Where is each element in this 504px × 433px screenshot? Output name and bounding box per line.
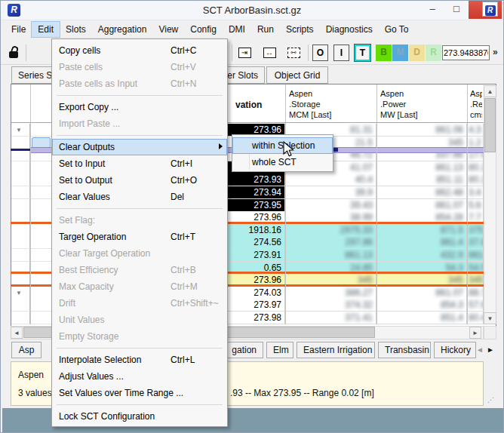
resize-grip[interactable]: ⋰: [487, 396, 494, 404]
blurred-cell[interactable]: 861.13: [285, 249, 376, 262]
menu-item-lock-sct-configuration[interactable]: Lock SCT Configuration: [52, 408, 227, 425]
menu-item-drift[interactable]: DriftCtrl+Shift+~: [52, 295, 227, 312]
toolbar-button-fit-columns[interactable]: ⇿: [284, 44, 303, 62]
blurred-cell[interactable]: 871.5: [376, 224, 467, 237]
scroll-up-button[interactable]: ▲: [484, 85, 496, 97]
menu-item-adjust-values[interactable]: Adjust Values ...: [52, 368, 227, 385]
menubar-item-aggregation[interactable]: Aggregation: [92, 22, 153, 37]
blurred-value: 854.3: [441, 299, 463, 310]
menu-item-paste-cells[interactable]: Paste cellsCtrl+V: [52, 59, 227, 75]
menubar-item-file[interactable]: File: [5, 22, 32, 37]
scroll-right-button[interactable]: ►: [469, 327, 481, 339]
tab-scroll-right[interactable]: ►: [487, 345, 494, 354]
menu-item-set-flag[interactable]: Set Flag:: [52, 212, 227, 229]
scroll-left-button[interactable]: ◄: [11, 327, 23, 339]
menu-item-clear-outputs[interactable]: Clear Outputs: [52, 139, 227, 155]
tab-scroll-left[interactable]: ◄: [476, 345, 484, 354]
blurred-cell[interactable]: 861.07: [376, 199, 467, 212]
vertical-scroll-thumb[interactable]: [484, 98, 496, 152]
blurred-cell[interactable]: 2975.33: [285, 224, 376, 237]
menubar-item-slots[interactable]: Slots: [60, 22, 92, 37]
blurred-cell[interactable]: 39.9: [285, 186, 376, 199]
menubar-item-go-to[interactable]: Go To: [379, 22, 415, 37]
menu-item-set-to-output[interactable]: Set to OutputCtrl+O: [52, 172, 227, 189]
blurred-cell[interactable]: 88.7: [467, 287, 484, 299]
blurred-cell[interactable]: 80.1: [467, 174, 484, 186]
blurred-cell[interactable]: 40.4: [285, 174, 376, 186]
menu-item-empty-storage[interactable]: Empty Storage: [52, 328, 227, 345]
flag-button-b[interactable]: B: [376, 45, 392, 61]
menu-item-import-paste[interactable]: Import Paste ...: [52, 115, 227, 132]
toolbar-button-expand-column[interactable]: ↔: [260, 44, 279, 62]
menubar-item-config[interactable]: Config: [184, 22, 223, 37]
menu-item-clear-values[interactable]: Clear ValuesDel: [52, 189, 227, 205]
blurred-cell[interactable]: 432.9: [376, 249, 467, 262]
menu-item-label: Adjust Values ...: [59, 368, 124, 385]
minimize-button[interactable]: –: [422, 1, 443, 19]
blurred-cell[interactable]: 851.4: [376, 312, 467, 324]
object-tab-elm[interactable]: Elm: [266, 342, 293, 358]
menu-item-best-efficiency[interactable]: Best EfficiencyCtrl+B: [52, 262, 227, 278]
blurred-cell[interactable]: 861.06: [376, 124, 467, 137]
blurred-cell[interactable]: 374.32: [285, 299, 376, 312]
object-tab-hickory[interactable]: Hickory: [434, 342, 476, 358]
blurred-cell[interactable]: 386.27: [285, 287, 376, 299]
scroll-down-button[interactable]: ▼: [484, 312, 496, 324]
toolbar-overflow-chevron[interactable]: »: [493, 47, 498, 57]
value-input[interactable]: [442, 45, 490, 60]
menu-item-interpolate-selection[interactable]: Interpolate SelectionCtrl+L: [52, 352, 227, 368]
menubar-item-run[interactable]: Run: [251, 22, 280, 37]
blurred-cell[interactable]: 80.1: [467, 161, 484, 174]
object-tab-asp[interactable]: Asp: [11, 342, 41, 358]
blurred-cell[interactable]: 297.86: [285, 236, 376, 249]
flag-button-o[interactable]: O: [312, 45, 328, 61]
blurred-cell[interactable]: 39.43: [285, 199, 376, 212]
blurred-cell[interactable]: 3.4: [467, 186, 484, 199]
flag-button-m[interactable]: M: [392, 45, 408, 61]
slot-tab-object-grid[interactable]: Object Grid: [266, 66, 328, 84]
lock-button[interactable]: [5, 44, 24, 62]
menu-item-set-to-input[interactable]: Set to InputCtrl+I: [52, 155, 227, 172]
blurred-cell[interactable]: 862.48: [376, 186, 467, 199]
riverware-logo-icon: R: [485, 5, 496, 16]
blurred-cell[interactable]: 371.41: [285, 312, 376, 324]
menu-item-unit-values[interactable]: Unit Values: [52, 312, 227, 328]
menubar-item-scripts[interactable]: Scripts: [280, 22, 320, 37]
menu-item-target-operation[interactable]: Target OperationCtrl+T: [52, 229, 227, 245]
blurred-cell[interactable]: 861.1: [467, 249, 484, 262]
blurred-cell[interactable]: 5.6: [467, 199, 484, 212]
blurred-value: 375.3: [469, 225, 484, 235]
menu-item-export-copy[interactable]: Export Copy ...: [52, 99, 227, 115]
blurred-cell[interactable]: 861.07: [376, 287, 467, 299]
menu-item-copy-cells[interactable]: Copy cellsCtrl+C: [52, 42, 227, 59]
object-tab-eastern-irrigation[interactable]: Eastern Irrigation: [297, 342, 375, 358]
expand-column-icon: ↔: [263, 48, 276, 58]
blurred-cell[interactable]: 851.11: [376, 174, 467, 186]
menubar-item-edit[interactable]: Edit: [32, 22, 60, 37]
blurred-cell[interactable]: 375.3: [467, 224, 484, 237]
maximize-button[interactable]: □: [446, 1, 467, 19]
toolbar-button-scroll-to-date[interactable]: ⇥: [235, 44, 254, 62]
menubar-item-view[interactable]: View: [152, 22, 184, 37]
blurred-cell[interactable]: 37.8: [467, 236, 484, 249]
menu-item-shortcut: Ctrl+N: [171, 75, 196, 92]
blurred-value: 2975.33: [340, 225, 373, 235]
blurred-cell[interactable]: 861.4: [376, 236, 467, 249]
blurred-cell[interactable]: 57.6: [467, 299, 484, 312]
menu-item-clear-target-operation[interactable]: Clear Target Operation: [52, 245, 227, 262]
menubar-item-diagnostics[interactable]: Diagnostics: [320, 22, 379, 37]
menu-item-set-values-over-time-range[interactable]: Set Values over Time Range ...: [52, 385, 227, 401]
blurred-cell[interactable]: 4.3: [467, 124, 484, 137]
flag-button-t[interactable]: T: [355, 45, 370, 61]
riverware-logo-button[interactable]: R: [482, 2, 498, 17]
object-tab-transbasin[interactable]: Transbasin: [378, 342, 431, 358]
blurred-cell[interactable]: 854.3: [376, 299, 467, 312]
blurred-cell[interactable]: 861.13: [376, 161, 467, 174]
flag-button-d[interactable]: D: [409, 45, 425, 61]
flag-button-i[interactable]: I: [333, 45, 349, 61]
menubar-item-dmi[interactable]: DMI: [223, 22, 251, 37]
blurred-cell[interactable]: 80.4: [467, 312, 484, 324]
menu-item-max-capacity[interactable]: Max CapacityCtrl+M: [52, 278, 227, 295]
flag-button-r[interactable]: R: [426, 45, 441, 61]
menu-item-paste-cells-as-input[interactable]: Paste cells as InputCtrl+N: [52, 75, 227, 92]
